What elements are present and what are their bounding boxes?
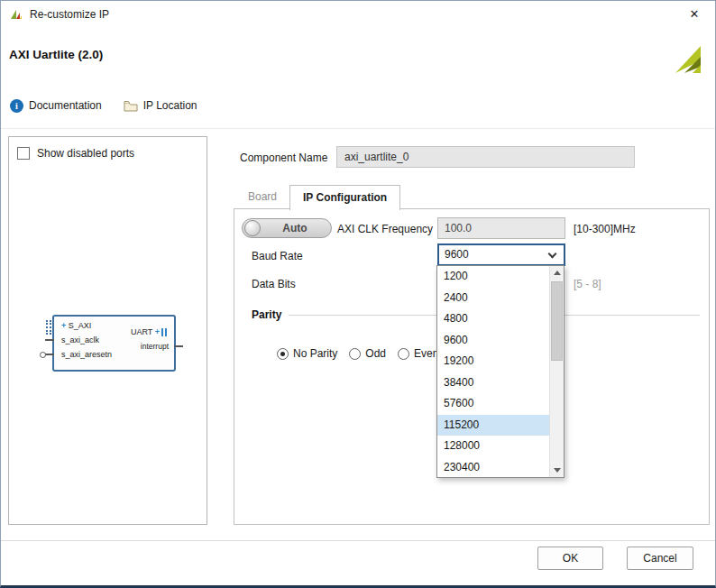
baud-rate-option[interactable]: 9600 — [437, 330, 549, 352]
xilinx-logo — [668, 42, 706, 75]
baud-rate-option[interactable]: 57600 — [437, 393, 549, 415]
axi-bus-stub-icon — [46, 320, 51, 335]
baud-rate-label: Baud Rate — [252, 250, 303, 262]
data-bits-label: Data Bits — [252, 278, 296, 290]
parity-option-label: No Parity — [293, 347, 337, 360]
baud-rate-option[interactable]: 115200 — [437, 415, 549, 436]
ok-button[interactable]: OK — [537, 547, 603, 570]
radio-icon — [349, 348, 361, 360]
baud-rate-dropdown: 1200240048009600192003840057600115200128… — [436, 265, 565, 478]
uart-bus-icon — [161, 328, 169, 336]
dialog-title: AXI Uartlite (2.0) — [9, 48, 103, 61]
baud-rate-option[interactable]: 128000 — [437, 436, 549, 457]
links-row: i Documentation IP Location — [10, 96, 197, 115]
tab-bar: Board IP Configuration — [235, 185, 400, 209]
ip-location-link[interactable]: IP Location — [124, 99, 197, 112]
parity-radio-group: No Parity Odd Even — [277, 347, 438, 360]
parity-radio[interactable]: Even — [398, 347, 438, 360]
header-separator — [1, 128, 715, 129]
info-icon: i — [10, 99, 23, 113]
port-s-axi-label: S_AXI — [69, 321, 92, 330]
axi-clk-frequency-field[interactable]: 100.0 — [437, 217, 565, 239]
axi-clk-frequency-label: AXI CLK Frequency — [337, 223, 433, 235]
baud-rate-option[interactable]: 19200 — [437, 351, 549, 372]
port-s-axi-aclk: s_axi_aclk — [61, 335, 99, 345]
expand-plus-icon[interactable]: + — [61, 321, 66, 330]
parity-option-label: Odd — [365, 347, 386, 360]
documentation-label: Documentation — [29, 99, 102, 112]
baud-rate-option[interactable]: 1200 — [437, 266, 549, 288]
titlebar[interactable]: Re-customize IP ✕ — [1, 1, 715, 28]
auto-toggle[interactable]: Auto — [242, 218, 332, 238]
scroll-down-button[interactable] — [550, 464, 564, 477]
baud-rate-option[interactable]: 2400 — [437, 288, 549, 309]
scrollbar-thumb[interactable] — [551, 281, 563, 361]
dropdown-scrollbar[interactable] — [549, 266, 564, 477]
checkbox-icon[interactable] — [17, 147, 30, 160]
parity-radio[interactable]: No Parity — [277, 347, 337, 360]
baud-rate-value: 9600 — [445, 248, 469, 261]
port-interrupt: interrupt — [141, 342, 169, 351]
port-s-axi: + S_AXI — [61, 321, 91, 330]
component-name-field[interactable]: axi_uartlite_0 — [336, 146, 635, 168]
cancel-button[interactable]: Cancel — [627, 547, 693, 570]
chevron-down-icon — [548, 250, 557, 259]
baud-rate-option[interactable]: 230400 — [437, 457, 549, 478]
documentation-link[interactable]: i Documentation — [10, 99, 102, 113]
tab-ip-configuration[interactable]: IP Configuration — [289, 185, 400, 210]
radio-icon — [398, 348, 409, 360]
show-disabled-ports-checkbox[interactable]: Show disabled ports — [17, 147, 134, 160]
axi-clk-frequency-value: 100.0 — [445, 222, 472, 234]
aclk-stub-icon — [45, 339, 54, 341]
toggle-knob-icon — [244, 220, 261, 236]
window-title: Re-customize IP — [30, 1, 109, 28]
radio-icon — [277, 348, 289, 360]
scroll-up-button[interactable] — [550, 266, 564, 280]
tab-board[interactable]: Board — [235, 185, 289, 209]
component-name-label: Component Name — [240, 152, 327, 164]
parity-option-label: Even — [414, 347, 438, 360]
ip-block-diagram: + S_AXI s_axi_aclk s_axi_aresetn UART + … — [52, 315, 176, 372]
folder-icon — [124, 100, 138, 112]
footer-separator — [1, 540, 715, 541]
ip-location-label: IP Location — [143, 99, 197, 112]
port-uart-label: UART — [131, 327, 152, 336]
parity-section-label: Parity — [252, 308, 281, 321]
show-disabled-ports-label: Show disabled ports — [37, 147, 134, 160]
dropdown-options: 1200240048009600192003840057600115200128… — [437, 266, 549, 477]
triangle-up-icon — [554, 271, 561, 275]
baud-rate-option[interactable]: 4800 — [437, 308, 549, 330]
close-button[interactable]: ✕ — [674, 1, 715, 28]
component-name-value: axi_uartlite_0 — [344, 151, 408, 163]
baud-rate-option[interactable]: 38400 — [437, 372, 549, 394]
close-icon: ✕ — [690, 7, 700, 21]
baud-rate-combo[interactable]: 9600 — [437, 243, 565, 266]
recustomize-ip-dialog: Re-customize IP ✕ AXI Uartlite (2.0) i D… — [0, 0, 716, 588]
axi-clk-frequency-range: [10-300]MHz — [574, 223, 636, 235]
expand-plus-icon[interactable]: + — [155, 327, 160, 336]
triangle-down-icon — [554, 468, 561, 473]
ports-preview-panel: Show disabled ports + S_AXI s_axi_aclk s… — [8, 136, 207, 525]
port-s-axi-aresetn: s_axi_aresetn — [61, 350, 112, 359]
auto-toggle-label: Auto — [266, 219, 324, 237]
interrupt-stub-icon — [174, 345, 183, 347]
data-bits-range: [5 - 8] — [574, 278, 601, 290]
parity-radio[interactable]: Odd — [349, 347, 386, 360]
port-uart: UART + — [131, 327, 169, 336]
aresetn-stub-icon — [45, 354, 54, 355]
vivado-app-icon — [9, 7, 23, 22]
